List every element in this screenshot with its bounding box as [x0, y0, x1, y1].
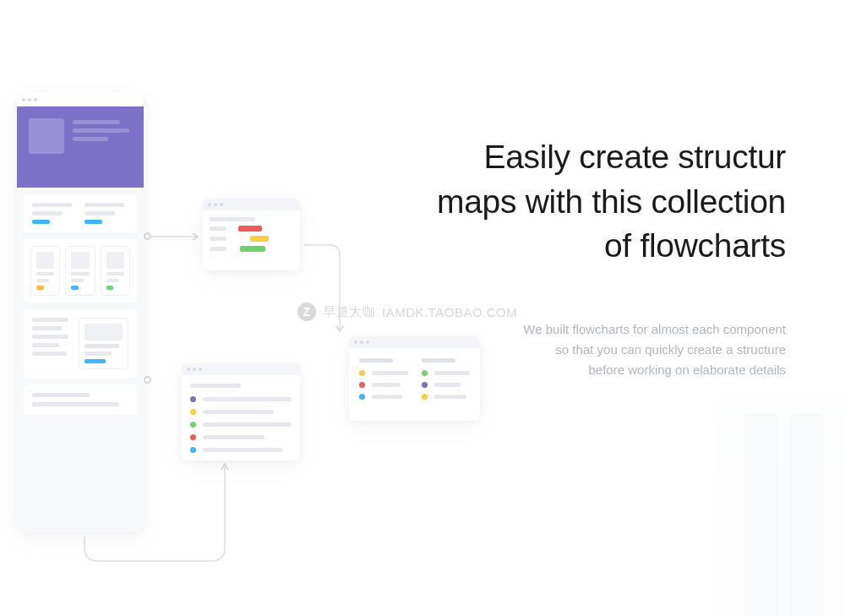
placeholder-text-lines	[73, 118, 132, 176]
gantt-bar-yellow	[250, 236, 269, 242]
accent-bar-blue	[84, 220, 102, 224]
wireframe-section-footer	[24, 384, 137, 415]
accent-bar-blue	[84, 359, 106, 363]
wireframe-gantt	[203, 199, 300, 270]
connector-node	[144, 376, 151, 384]
window-controls	[203, 199, 300, 210]
wireframe-hero	[17, 106, 144, 188]
bullet-red	[190, 434, 196, 440]
placeholder-image	[29, 118, 64, 154]
wireframe-section-list	[24, 309, 137, 378]
bullet-purple	[422, 382, 428, 388]
window-controls	[182, 363, 300, 375]
decorative-columns	[718, 379, 845, 616]
accent-bar-green	[106, 286, 114, 290]
wireframe-section-two-col	[24, 194, 137, 232]
subtitle-line: so that you can quickly create a structu…	[555, 342, 786, 357]
title-line: maps with this collection	[437, 183, 786, 220]
bullet-blue	[190, 447, 196, 453]
page-title: Easily create structur maps with this co…	[313, 135, 786, 269]
connector-node	[144, 232, 151, 240]
window-controls	[17, 93, 144, 106]
title-line: Easily create structur	[483, 139, 786, 175]
wireframe-section-cards	[24, 239, 137, 303]
title-line: of flowcharts	[604, 227, 786, 264]
bullet-blue	[359, 394, 365, 400]
accent-bar-blue	[32, 220, 50, 224]
wireframe-dotlist	[182, 363, 300, 461]
gantt-bar-red	[238, 226, 262, 232]
subtitle-line: before working on elaborate details	[589, 363, 786, 377]
bullet-green	[190, 422, 196, 428]
wireframe-main	[17, 93, 144, 532]
accent-bar-orange	[36, 286, 44, 290]
bullet-red	[359, 382, 365, 388]
gantt-bar-green	[240, 246, 265, 252]
bullet-yellow	[422, 394, 428, 400]
bullet-purple	[190, 396, 196, 402]
accent-bar-blue	[71, 286, 79, 290]
page-subtitle: We built flowcharts for almost each comp…	[313, 319, 786, 380]
subtitle-line: We built flowcharts for almost each comp…	[523, 322, 786, 336]
bullet-yellow	[190, 409, 196, 415]
